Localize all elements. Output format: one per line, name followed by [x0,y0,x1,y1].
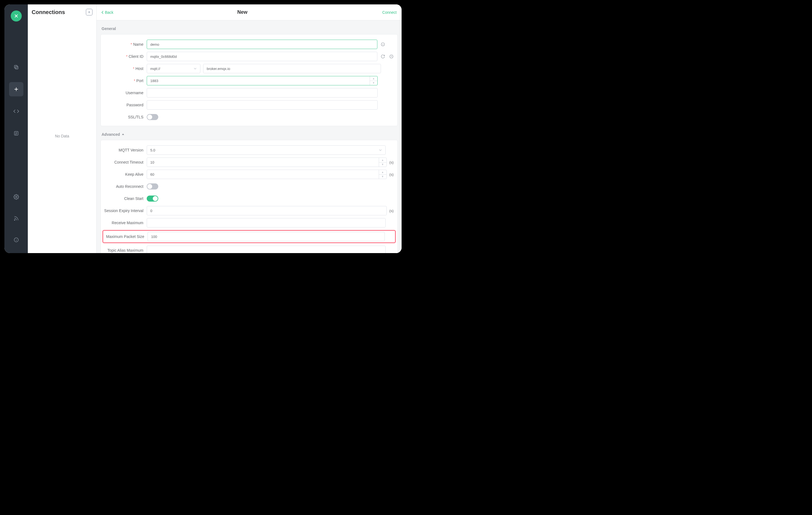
label-host: Host [104,66,147,71]
label-session-expiry: Session Expiry Interval [104,209,147,213]
clean-start-toggle[interactable] [147,195,158,201]
label-receive-max: Receive Maximum [104,221,147,225]
client-id-history-icon[interactable] [389,54,394,59]
label-topic-alias-max: Topic Alias Maximum [104,248,147,252]
topbar: Back New Connect [97,4,402,20]
host-scheme-select[interactable]: mqtt:// [147,64,200,73]
keep-alive-spinner[interactable]: ▲▼ [379,170,386,179]
connect-timeout-input[interactable]: 10 ▲▼ [147,158,387,167]
label-auto-reconnect: Auto Reconnect [104,184,147,189]
sidebar-new-connection-icon[interactable] [9,82,23,97]
connect-button[interactable]: Connect [382,10,397,15]
section-general-title: General [97,20,402,34]
unit-seconds: (s) [389,160,394,164]
port-spinner[interactable]: ▲▼ [370,76,377,85]
svg-rect-1 [14,65,17,68]
label-clean-start: Clean Start [104,196,147,201]
username-input[interactable] [147,88,378,98]
connect-timeout-spinner[interactable]: ▲▼ [379,158,386,167]
unit-seconds: (s) [389,172,394,177]
password-input[interactable] [147,100,378,110]
label-client-id: Client ID [104,54,147,59]
label-password: Password [104,103,147,107]
sidebar-copy-icon[interactable] [9,60,23,74]
label-mqtt-version: MQTT Version [104,148,147,152]
mqtt-version-select[interactable]: 5.0 [147,145,386,155]
sidebar-about-icon[interactable] [9,233,23,247]
label-port: Port [104,79,147,83]
sidebar-rss-icon[interactable] [9,211,23,225]
label-max-packet: Maximum Packet Size [105,234,148,239]
connections-panel: Connections No Data [28,4,97,253]
max-packet-input[interactable]: 100 [148,232,385,241]
connections-empty-text: No Data [28,19,96,253]
auto-reconnect-toggle[interactable] [147,183,158,189]
app-sidebar [4,4,28,253]
connections-title: Connections [32,9,65,16]
receive-max-input[interactable] [147,218,386,227]
host-input[interactable]: broker.emqx.io [203,64,381,73]
chevron-down-icon [379,148,382,152]
svg-rect-0 [15,66,18,69]
add-connection-button[interactable] [86,9,92,16]
general-card: Name demo Client ID mqttx_0c668d0d [100,34,398,126]
label-ssl: SSL/TLS [104,115,147,119]
label-name: Name [104,42,147,47]
name-info-icon[interactable] [380,42,386,47]
label-connect-timeout: Connect Timeout [104,160,147,164]
svg-point-3 [16,196,17,198]
sidebar-scripts-icon[interactable] [9,104,23,118]
ssl-toggle[interactable] [147,114,158,120]
chevron-down-icon [194,67,197,70]
topic-alias-max-input[interactable] [147,246,386,253]
label-keep-alive: Keep Alive [104,172,147,177]
keep-alive-input[interactable]: 60 ▲▼ [147,170,387,179]
caret-up-icon [122,133,124,136]
session-expiry-input[interactable]: 0 [147,206,387,215]
max-packet-highlight: Maximum Packet Size 100 [103,230,396,243]
unit-seconds: (s) [389,209,394,213]
page-title: New [103,9,382,15]
label-username: Username [104,90,147,95]
refresh-client-id-icon[interactable] [380,54,386,59]
svg-point-4 [14,220,15,221]
section-advanced-title[interactable]: Advanced [97,126,402,140]
port-input[interactable]: 1883 ▲▼ [147,76,378,85]
sidebar-settings-icon[interactable] [9,190,23,204]
name-input[interactable]: demo [147,40,377,49]
client-id-input[interactable]: mqttx_0c668d0d [147,52,377,61]
sidebar-logs-icon[interactable] [9,126,23,140]
app-logo [11,10,22,22]
advanced-card: MQTT Version 5.0 Connect [100,140,398,253]
